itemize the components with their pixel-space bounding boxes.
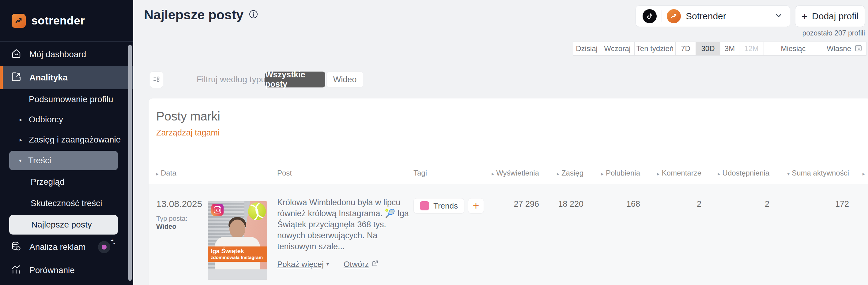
caret-down-icon: ▾ [327, 259, 329, 270]
sort-icon: ▸ [492, 171, 494, 176]
tab-3m[interactable]: 3M [720, 42, 739, 55]
sidebar-item-label: Podsumowanie profilu [29, 95, 113, 104]
ai-feature-badge-icon: ✦✦ [98, 241, 110, 253]
profile-selector[interactable]: Sotrender [636, 5, 790, 27]
column-header-post: Post [277, 169, 413, 177]
sort-icon: ▸ [657, 171, 660, 176]
sidebar-item-porownanie[interactable]: Porównanie [0, 259, 133, 282]
sidebar-item-zasieg-i-zaangazowanie[interactable]: ▸ Zasięg i zaangażowanie [0, 130, 133, 150]
filter-label: Filtruj według typu: [197, 75, 268, 84]
sidebar-item-label: Odbiorcy [29, 115, 63, 124]
tab-ten-tydzien[interactable]: Ten tydzień [634, 42, 676, 55]
tab-dzisiaj[interactable]: Dzisiaj [574, 42, 600, 55]
manage-tags-link[interactable]: Zarządzaj tagami [156, 128, 220, 138]
home-icon [11, 48, 22, 61]
external-link-icon [372, 259, 379, 270]
date-range-tabs: Dzisiaj Wczoraj Ten tydzień 7D 30D 3M 12… [573, 42, 866, 56]
sort-icon: ▸ [156, 171, 159, 176]
card-title: Posty marki [156, 99, 868, 123]
sort-icon: ▸ [863, 171, 865, 176]
profile-avatar [667, 9, 681, 23]
tab-miesiac[interactable]: Miesiąc [764, 42, 823, 55]
tag-color-swatch [420, 201, 429, 210]
sidebar-item-label: Mój dashboard [29, 49, 86, 59]
sort-desc-icon: ▾ [787, 171, 789, 176]
tab-wlasne[interactable]: Własne [823, 42, 866, 55]
logo-text: sotrender [31, 14, 85, 27]
metric-activity-sum: 172 [769, 184, 849, 285]
metric-views: 27 296 [484, 184, 539, 285]
sidebar-scrollbar[interactable] [128, 45, 132, 281]
chevron-down-icon [774, 11, 783, 22]
sidebar-item-tresci[interactable]: ▾ Treści [9, 151, 118, 170]
filter-all-posts-button[interactable]: Wszystkie posty [265, 72, 325, 87]
tab-7d[interactable]: 7D [676, 42, 696, 55]
sidebar-item-label: Analityka [29, 73, 68, 82]
calendar-icon [854, 44, 863, 54]
instagram-icon [211, 204, 224, 216]
column-header-data[interactable]: ▸Data [156, 169, 208, 177]
thumbnail-caption: Iga Świątek zdominowała Instagram [208, 246, 267, 262]
sidebar-item-odbiorcy[interactable]: ▸ Odbiorcy [0, 109, 133, 130]
column-header-udostepnienia[interactable]: ▸Udostępnienia [702, 169, 769, 177]
table-row: 13.08.2025 Typ posta: Wideo Iga Świątek … [149, 184, 868, 285]
tab-12m-disabled: 12M [739, 42, 764, 55]
sort-icon: ▸ [601, 171, 604, 176]
sidebar-item-label: Treści [28, 156, 51, 166]
sidebar-item-analiza-reklam[interactable]: Analiza reklam ✦✦ [0, 236, 133, 259]
sidebar-item-moj-dashboard[interactable]: Mój dashboard [0, 43, 133, 66]
add-profile-button[interactable]: + Dodaj profil [795, 5, 865, 27]
open-post-link[interactable]: Otwórz [344, 259, 379, 270]
sidebar-item-przeglad[interactable]: Przegląd [0, 171, 133, 193]
tab-30d-selected[interactable]: 30D [696, 42, 720, 55]
post-date: 13.08.2025 [156, 199, 208, 209]
layout-toggle-button[interactable] [150, 72, 163, 88]
sidebar-item-label: Porównanie [29, 265, 75, 275]
tag-chip-trends[interactable]: Trends [413, 198, 464, 213]
analytics-icon [11, 72, 22, 84]
sidebar-item-skutecznosc-tresci[interactable]: Skuteczność treści [0, 193, 133, 214]
column-header-wyswietlenia[interactable]: ▸Wyświetlenia [484, 169, 539, 177]
add-tag-button[interactable]: + [468, 198, 484, 213]
filter-video-button[interactable]: Wideo [327, 72, 363, 87]
column-header-partial[interactable]: ▸ [849, 169, 867, 177]
info-icon[interactable] [248, 7, 258, 22]
sidebar-item-label: Analiza reklam [29, 242, 86, 252]
post-type: Typ posta: Wideo [156, 215, 208, 230]
page-title: Najlepsze posty [144, 7, 258, 22]
sidebar-item-podsumowanie-profilu[interactable]: Podsumowanie profilu [0, 89, 133, 109]
column-header-polubienia[interactable]: ▸Polubienia [584, 169, 640, 177]
sort-icon: ▸ [718, 171, 720, 176]
show-more-link[interactable]: Pokaż więcej▾ [277, 259, 329, 270]
sidebar-item-label: Przegląd [31, 177, 65, 187]
table-header-row: ▸Data Post Tagi ▸Wyświetlenia ▸Zasięg ▸P… [149, 163, 868, 184]
column-header-tagi: Tagi [413, 169, 484, 177]
chevron-right-icon: ▸ [20, 116, 26, 123]
chevron-down-icon: ▾ [19, 157, 26, 164]
sidebar-item-label: Najlepsze posty [31, 220, 92, 230]
sotrender-logo-icon [12, 14, 26, 28]
column-header-suma-aktywnosci[interactable]: ▾Suma aktywności [769, 169, 849, 177]
profile-name: Sotrender [686, 11, 726, 22]
comparison-chart-icon [11, 264, 22, 277]
metric-likes: 168 [584, 184, 640, 285]
sidebar-nav: Mój dashboard Analityka Podsumowanie pro… [0, 43, 133, 282]
post-analysis-link[interactable]: Szczegółowa analiza posta [277, 284, 413, 285]
column-header-zasieg[interactable]: ▸Zasięg [539, 169, 584, 177]
sidebar-item-analityka[interactable]: Analityka [0, 66, 133, 89]
sidebar-item-najlepsze-posty[interactable]: Najlepsze posty [9, 215, 118, 235]
metric-comments: 2 [640, 184, 702, 285]
metric-shares: 2 [702, 184, 769, 285]
logo[interactable]: sotrender [0, 0, 133, 42]
tennis-ball-graphic [248, 203, 266, 220]
tiktok-icon [643, 9, 657, 23]
plus-icon: + [802, 11, 808, 22]
ads-database-icon [11, 241, 22, 253]
profiles-remaining: pozostało 207 profili [802, 29, 865, 37]
tab-wczoraj[interactable]: Wczoraj [600, 42, 634, 55]
chevron-right-icon: ▸ [20, 137, 26, 143]
metric-reach: 18 220 [539, 184, 584, 285]
column-header-komentarze[interactable]: ▸Komentarze [640, 169, 702, 177]
post-thumbnail[interactable]: Iga Świątek zdominowała Instagram [208, 201, 267, 280]
sidebar: sotrender Mój dashboard Analityka [0, 0, 133, 285]
